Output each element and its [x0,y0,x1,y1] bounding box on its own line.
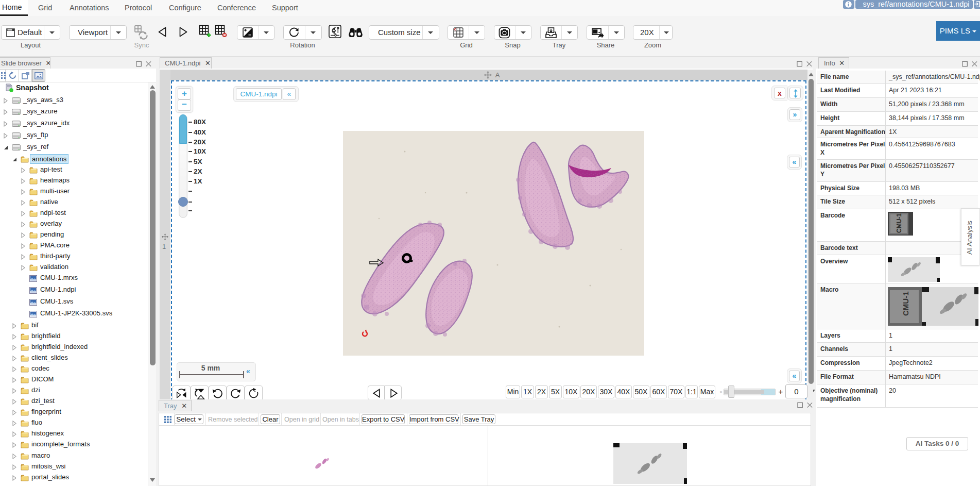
svg-text:CMU-1: CMU-1 [896,213,903,233]
svg-text:CMU-1: CMU-1 [901,292,910,316]
